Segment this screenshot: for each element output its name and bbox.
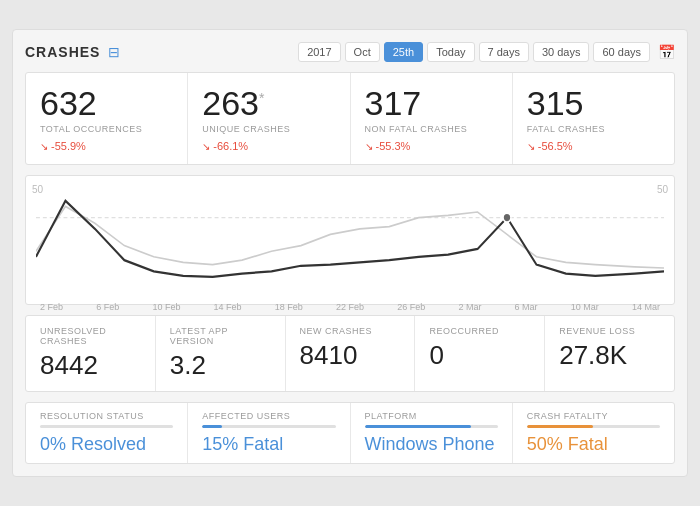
status-row: RESOLUTION STATUS 0% Resolved AFFECTED U…: [25, 402, 675, 464]
status-bar-affected: [202, 425, 335, 428]
bottom-label-newcrashes: NEW CRASHES: [300, 326, 401, 336]
status-value-platform: Windows Phone: [365, 434, 498, 455]
crash-chart: [36, 184, 664, 296]
bottom-label-revenue: REVENUE LOSS: [559, 326, 660, 336]
stat-label-unique: UNIQUE CRASHES: [202, 124, 335, 134]
status-label-resolution: RESOLUTION STATUS: [40, 411, 173, 421]
chart-y-label-right: 50: [657, 184, 668, 195]
stat-change-total: -55.9%: [40, 140, 173, 152]
date-btn-25th[interactable]: 25th: [384, 42, 423, 62]
bottom-stat-revenue: REVENUE LOSS 27.8K: [545, 316, 674, 391]
stats-row: 632 TOTAL OCCURENCES -55.9% 263* UNIQUE …: [25, 72, 675, 165]
status-label-platform: PLATFORM: [365, 411, 498, 421]
stat-fatal: 315 FATAL CRASHES -56.5%: [513, 73, 674, 164]
x-label-18feb: 18 Feb: [275, 302, 303, 312]
status-bar-fill-fatality: [527, 425, 594, 428]
bottom-stat-unresolved: UNRESOLVED CRASHES 8442: [26, 316, 156, 391]
status-bar-fill-affected: [202, 425, 222, 428]
bottom-value-newcrashes: 8410: [300, 340, 401, 371]
status-label-affected: AFFECTED USERS: [202, 411, 335, 421]
date-btn-60days[interactable]: 60 days: [593, 42, 650, 62]
stat-label-fatal: FATAL CRASHES: [527, 124, 660, 134]
page-title: CRASHES: [25, 44, 100, 60]
status-affected: AFFECTED USERS 15% Fatal: [188, 403, 350, 463]
status-label-fatality: CRASH FATALITY: [527, 411, 660, 421]
filter-icon[interactable]: ⊟: [108, 44, 120, 60]
stat-label-total: TOTAL OCCURENCES: [40, 124, 173, 134]
stat-number-unique: 263*: [202, 85, 335, 122]
x-label-14feb: 14 Feb: [214, 302, 242, 312]
bottom-value-revenue: 27.8K: [559, 340, 660, 371]
bottom-stat-newcrashes: NEW CRASHES 8410: [286, 316, 416, 391]
date-btn-30days[interactable]: 30 days: [533, 42, 590, 62]
x-label-14mar: 14 Mar: [632, 302, 660, 312]
x-label-22feb: 22 Feb: [336, 302, 364, 312]
date-btn-7days[interactable]: 7 days: [479, 42, 529, 62]
bottom-label-reoccurred: REOCCURRED: [429, 326, 530, 336]
status-value-resolution: 0% Resolved: [40, 434, 173, 455]
bottom-label-appversion: LATEST APP VERSION: [170, 326, 271, 346]
stat-non-fatal: 317 NON FATAL CRASHES -55.3%: [351, 73, 513, 164]
x-label-2mar: 2 Mar: [458, 302, 481, 312]
x-label-10feb: 10 Feb: [152, 302, 180, 312]
x-label-2feb: 2 Feb: [40, 302, 63, 312]
x-label-10mar: 10 Mar: [571, 302, 599, 312]
bottom-value-reoccurred: 0: [429, 340, 530, 371]
stat-number-total: 632: [40, 85, 173, 122]
date-btn-oct[interactable]: Oct: [345, 42, 380, 62]
calendar-icon[interactable]: 📅: [658, 44, 675, 60]
bottom-stats: UNRESOLVED CRASHES 8442 LATEST APP VERSI…: [25, 315, 675, 392]
status-bar-fill-platform: [365, 425, 472, 428]
status-bar-platform: [365, 425, 498, 428]
svg-point-1: [503, 213, 511, 222]
stat-total-occurrences: 632 TOTAL OCCURENCES -55.9%: [26, 73, 188, 164]
x-axis-labels: 2 Feb 6 Feb 10 Feb 14 Feb 18 Feb 22 Feb …: [36, 302, 664, 312]
stat-change-fatal: -56.5%: [527, 140, 660, 152]
bottom-value-appversion: 3.2: [170, 350, 271, 381]
bottom-label-unresolved: UNRESOLVED CRASHES: [40, 326, 141, 346]
bottom-stat-appversion: LATEST APP VERSION 3.2: [156, 316, 286, 391]
date-controls: 2017 Oct 25th Today 7 days 30 days 60 da…: [298, 42, 675, 62]
status-value-affected: 15% Fatal: [202, 434, 335, 455]
status-platform: PLATFORM Windows Phone: [351, 403, 513, 463]
x-label-6feb: 6 Feb: [96, 302, 119, 312]
date-btn-2017[interactable]: 2017: [298, 42, 340, 62]
bottom-value-unresolved: 8442: [40, 350, 141, 381]
stat-number-fatal: 315: [527, 85, 660, 122]
header: CRASHES ⊟ 2017 Oct 25th Today 7 days 30 …: [25, 42, 675, 62]
stat-unique-crashes: 263* UNIQUE CRASHES -66.1%: [188, 73, 350, 164]
stat-change-nonfatal: -55.3%: [365, 140, 498, 152]
status-bar-fatality: [527, 425, 660, 428]
status-value-fatality: 50% Fatal: [527, 434, 660, 455]
stat-label-nonfatal: NON FATAL CRASHES: [365, 124, 498, 134]
chart-area: 50 50 2 Feb 6 Feb 10 Feb 14 Feb 18 Feb 2…: [25, 175, 675, 305]
bottom-stat-reoccurred: REOCCURRED 0: [415, 316, 545, 391]
stat-change-unique: -66.1%: [202, 140, 335, 152]
stat-number-nonfatal: 317: [365, 85, 498, 122]
status-bar-resolution: [40, 425, 173, 428]
date-btn-today[interactable]: Today: [427, 42, 474, 62]
chart-y-label-left: 50: [32, 184, 43, 195]
status-fatality: CRASH FATALITY 50% Fatal: [513, 403, 674, 463]
x-label-26feb: 26 Feb: [397, 302, 425, 312]
x-label-6mar: 6 Mar: [515, 302, 538, 312]
dashboard: CRASHES ⊟ 2017 Oct 25th Today 7 days 30 …: [12, 29, 688, 477]
status-resolution: RESOLUTION STATUS 0% Resolved: [26, 403, 188, 463]
header-left: CRASHES ⊟: [25, 44, 120, 60]
